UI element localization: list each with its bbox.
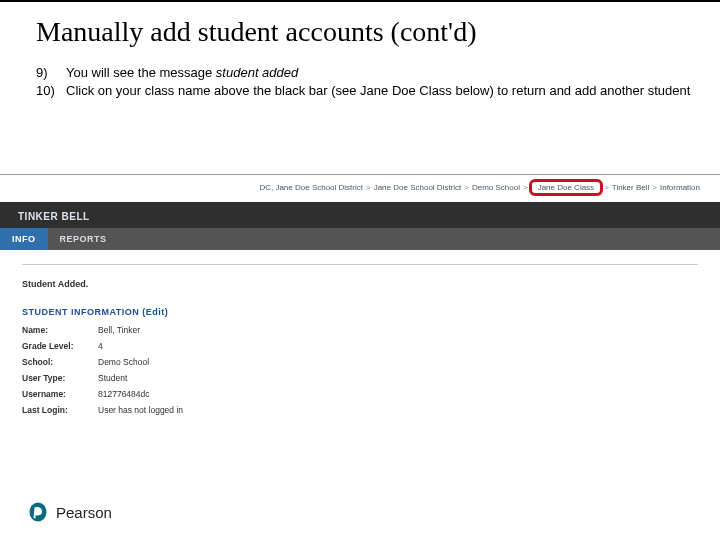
chevron-right-icon: > (523, 183, 528, 192)
step-list: 9) You will see the message student adde… (36, 64, 720, 99)
breadcrumb-student[interactable]: Tinker Bell (612, 183, 650, 192)
step-9: 9) You will see the message student adde… (36, 64, 720, 82)
breadcrumb-school[interactable]: Demo School (472, 183, 520, 192)
info-row-username: Username: 812776484dc (22, 389, 698, 399)
content-body: Student Added. STUDENT INFORMATION (Edit… (0, 250, 720, 415)
breadcrumb-current: Information (660, 183, 700, 192)
info-row-name: Name: Bell, Tinker (22, 325, 698, 335)
section-title-text: STUDENT INFORMATION (22, 307, 139, 317)
value-login: User has not logged in (98, 405, 183, 415)
tab-bar: INFO REPORTS (0, 228, 720, 250)
step-text: Click on your class name above the black… (66, 82, 690, 100)
divider (22, 264, 698, 265)
step-10: 10) Click on your class name above the b… (36, 82, 720, 100)
app-screenshot: DC, Jane Doe School District > Jane Doe … (0, 174, 720, 421)
student-header-bar: TINKER BELL (0, 202, 720, 228)
tab-reports[interactable]: REPORTS (48, 228, 119, 250)
footer: Pearson (28, 502, 112, 522)
label-login: Last Login: (22, 405, 98, 415)
chevron-right-icon: > (366, 183, 371, 192)
chevron-right-icon: > (604, 183, 609, 192)
tab-info[interactable]: INFO (0, 228, 48, 250)
section-heading: STUDENT INFORMATION (Edit) (22, 307, 698, 317)
breadcrumb-district[interactable]: Jane Doe School District (374, 183, 462, 192)
label-type: User Type: (22, 373, 98, 383)
step-number: 10) (36, 82, 60, 100)
info-row-school: School: Demo School (22, 357, 698, 367)
value-type: Student (98, 373, 127, 383)
label-grade: Grade Level: (22, 341, 98, 351)
value-name: Bell, Tinker (98, 325, 140, 335)
chevron-right-icon: > (464, 183, 469, 192)
edit-link[interactable]: (Edit) (142, 307, 168, 317)
student-info: Name: Bell, Tinker Grade Level: 4 School… (22, 325, 698, 415)
info-row-type: User Type: Student (22, 373, 698, 383)
step-number: 9) (36, 64, 60, 82)
chevron-right-icon: > (652, 183, 657, 192)
student-name-header: TINKER BELL (0, 211, 90, 228)
step-9-text: You will see the message (66, 65, 216, 80)
info-row-login: Last Login: User has not logged in (22, 405, 698, 415)
label-name: Name: (22, 325, 98, 335)
label-school: School: (22, 357, 98, 367)
status-message: Student Added. (22, 279, 698, 289)
step-9-emphasis: student added (216, 65, 298, 80)
info-row-grade: Grade Level: 4 (22, 341, 698, 351)
label-username: Username: (22, 389, 98, 399)
value-username: 812776484dc (98, 389, 150, 399)
brand-name: Pearson (56, 504, 112, 521)
step-text: You will see the message student added (66, 64, 298, 82)
breadcrumb-district-root[interactable]: DC, Jane Doe School District (259, 183, 363, 192)
pearson-logo-icon (28, 502, 48, 522)
breadcrumb-class-highlight[interactable]: Jane Doe Class (529, 179, 603, 196)
page-title: Manually add student accounts (cont'd) (36, 16, 720, 48)
value-school: Demo School (98, 357, 149, 367)
breadcrumb: DC, Jane Doe School District > Jane Doe … (0, 175, 720, 202)
value-grade: 4 (98, 341, 103, 351)
